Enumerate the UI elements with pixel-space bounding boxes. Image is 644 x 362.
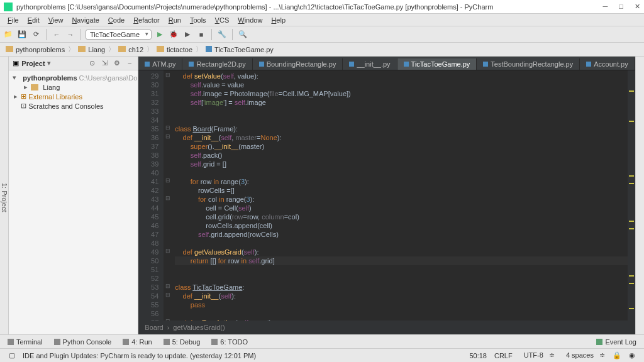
- editor-area: ATM.pyRectangle2D.pyBoundingRectangle.py…: [138, 57, 635, 334]
- cursor-position[interactable]: 50:18: [465, 352, 491, 359]
- tree-item[interactable]: ▸⊞External Libraries: [9, 92, 138, 101]
- menu-help[interactable]: Help: [267, 16, 289, 24]
- fold-column[interactable]: ⊟⊟⊟⊟⊟⊟⊟⊟⊟: [164, 70, 172, 321]
- bottom-tab[interactable]: 5: Debug: [158, 338, 206, 346]
- editor-tabs: ATM.pyRectangle2D.pyBoundingRectangle.py…: [138, 57, 635, 70]
- breadcrumb-item[interactable]: ch12: [116, 46, 145, 53]
- menu-file[interactable]: File: [4, 16, 23, 24]
- wrench-icon[interactable]: 🔧: [216, 29, 228, 40]
- editor-tab[interactable]: ATM.py: [138, 58, 182, 70]
- code-breadcrumb[interactable]: Board › getValuesGraid(): [138, 321, 635, 334]
- target-icon[interactable]: ⊙: [87, 59, 96, 68]
- stop-icon[interactable]: ■: [196, 29, 207, 40]
- tree-item[interactable]: ▾pythonproblems C:\Users\gansa\Docum: [9, 73, 138, 82]
- menu-edit[interactable]: Edit: [24, 16, 43, 24]
- breadcrumb-item[interactable]: TicTacToeGame.py: [204, 46, 275, 53]
- code-editor[interactable]: 2930313233343536373839404142434445464748…: [138, 70, 635, 321]
- bottom-tab[interactable]: 4: Run: [118, 338, 157, 346]
- window-title: pythonproblems [C:\Users\gansa\Documents…: [16, 3, 603, 11]
- statusbar: ▢ IDE and Plugin Updates: PyCharm is rea…: [0, 348, 644, 362]
- refresh-icon[interactable]: ⟳: [30, 29, 42, 40]
- nav-breadcrumbs: pythonproblems〉Liang〉ch12〉tictactoe〉TicT…: [0, 43, 644, 57]
- status-message[interactable]: IDE and Plugin Updates: PyCharm is ready…: [19, 352, 260, 359]
- open-icon[interactable]: 📁: [3, 29, 14, 40]
- toolbar: 📁 💾 ⟳ ← → TicTacToeGame ▶ 🐞 ▶ ■ 🔧 🔍: [0, 26, 644, 43]
- minimize-button[interactable]: ─: [603, 3, 608, 11]
- hide-icon[interactable]: −: [125, 59, 134, 68]
- left-tool-strip[interactable]: 1: Project: [0, 57, 9, 334]
- project-tree[interactable]: ▾pythonproblems C:\Users\gansa\Docum▸Lia…: [9, 70, 138, 113]
- menu-window[interactable]: Window: [234, 16, 266, 24]
- lock-icon[interactable]: 🔒: [609, 351, 625, 359]
- project-panel: ▣ Project ▾ ⊙ ⇲ ⚙ − ▾pythonproblems C:\U…: [9, 57, 138, 334]
- editor-tab[interactable]: __init__.py: [343, 58, 397, 70]
- editor-tab[interactable]: TicTacToeGame.py: [397, 58, 477, 70]
- window-buttons: ─ □ ✕: [603, 3, 640, 11]
- menu-refactor[interactable]: Refactor: [130, 16, 164, 24]
- menu-code[interactable]: Code: [104, 16, 128, 24]
- bottom-tab[interactable]: 6: TODO: [206, 338, 253, 346]
- encoding[interactable]: UTF-8 ≑: [516, 351, 558, 359]
- project-tab-icon: ▣: [13, 59, 19, 67]
- editor-tab[interactable]: TestBoundingRectangle.py: [477, 58, 580, 70]
- menu-vcs[interactable]: VCS: [211, 16, 233, 24]
- breadcrumb-item[interactable]: Liang: [76, 46, 107, 53]
- breadcrumb-item[interactable]: tictactoe: [155, 46, 194, 53]
- error-stripe[interactable]: [628, 70, 635, 321]
- titlebar: pythonproblems [C:\Users\gansa\Documents…: [0, 0, 644, 14]
- debug-icon[interactable]: 🐞: [168, 29, 179, 40]
- code-text[interactable]: def setValue(self, value): self.value = …: [172, 70, 627, 321]
- indent[interactable]: 4 spaces ≑: [558, 351, 609, 359]
- run-icon[interactable]: ▶: [154, 29, 165, 40]
- collapse-icon[interactable]: ⇲: [100, 59, 109, 68]
- bottom-tab[interactable]: Python Console: [49, 338, 117, 346]
- menu-view[interactable]: View: [45, 16, 67, 24]
- coverage-icon[interactable]: ▶: [182, 29, 193, 40]
- inspect-icon[interactable]: ◉: [625, 351, 639, 359]
- forward-icon[interactable]: →: [65, 29, 76, 40]
- line-ending[interactable]: CRLF: [491, 352, 516, 359]
- editor-tab[interactable]: Account.py: [580, 58, 635, 70]
- bottom-tool-tabs: TerminalPython Console4: Run5: Debug6: T…: [0, 334, 644, 348]
- gear-icon[interactable]: ⚙: [113, 59, 121, 68]
- run-config-select[interactable]: TicTacToeGame: [86, 30, 152, 40]
- breadcrumb-item[interactable]: pythonproblems: [4, 46, 67, 53]
- project-header: ▣ Project ▾ ⊙ ⇲ ⚙ −: [9, 57, 138, 70]
- event-log-tab[interactable]: Event Log: [591, 338, 641, 346]
- menu-navigate[interactable]: Navigate: [68, 16, 103, 24]
- search-icon[interactable]: 🔍: [237, 29, 248, 40]
- back-icon[interactable]: ←: [51, 29, 62, 40]
- line-gutter: 2930313233343536373839404142434445464748…: [138, 70, 164, 321]
- project-title[interactable]: Project: [21, 60, 45, 67]
- app-icon: [4, 3, 13, 11]
- menubar: FileEditViewNavigateCodeRefactorRunTools…: [0, 14, 644, 26]
- editor-tab[interactable]: BoundingRectangle.py: [253, 58, 343, 70]
- close-button[interactable]: ✕: [635, 3, 640, 11]
- tree-item[interactable]: ▸Liang: [9, 82, 138, 92]
- bottom-tab[interactable]: Terminal: [3, 338, 48, 346]
- status-icon: ▢: [5, 351, 19, 359]
- save-icon[interactable]: 💾: [16, 29, 28, 40]
- menu-tools[interactable]: Tools: [186, 16, 210, 24]
- right-tool-strip[interactable]: [635, 57, 644, 334]
- maximize-button[interactable]: □: [619, 3, 623, 11]
- tree-item[interactable]: ⊡Scratches and Consoles: [9, 101, 138, 111]
- editor-tab[interactable]: Rectangle2D.py: [182, 58, 252, 70]
- menu-run[interactable]: Run: [165, 16, 185, 24]
